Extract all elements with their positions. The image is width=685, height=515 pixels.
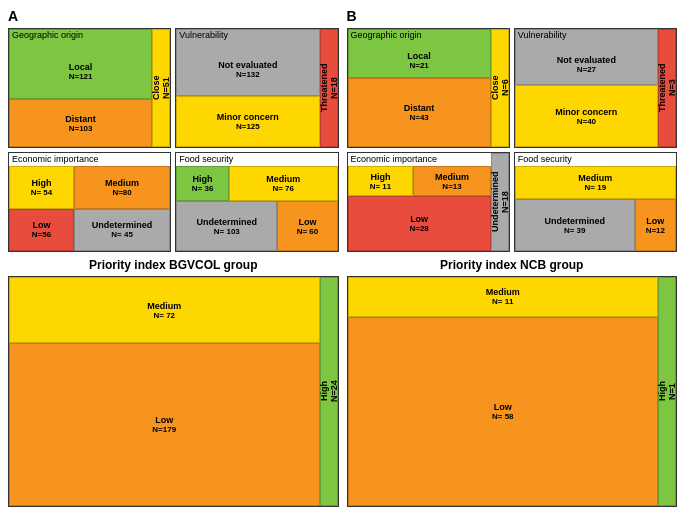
b-econ-undetermined: Undetermined N=18 [491, 153, 509, 251]
b-mid-row: Economic importance High N= 11 Medium N=… [347, 152, 678, 252]
a-geo-title: Geographic origin [12, 30, 83, 40]
a-priority-chart: Medium N= 72 Low N=179 High N=24 [8, 276, 339, 507]
b-vuln-minor: Minor concern N=40 [515, 85, 658, 147]
panel-b-label: B [347, 8, 678, 24]
a-vuln-minor: Minor concern N=125 [176, 96, 319, 147]
a-food-chart: Food security High N= 36 Medium N= 76 [175, 152, 338, 252]
b-priority-chart: Medium N= 11 Low N= 58 High N=1 [347, 276, 678, 507]
a-food-title: Food security [179, 154, 233, 164]
a-geo-close: Close N=51 [152, 29, 170, 147]
a-geo-chart: Geographic origin Local N=121 Distant N=… [8, 28, 171, 148]
a-econ-medium: Medium N=80 [74, 166, 170, 209]
b-food-undetermined: Undetermined N= 39 [515, 199, 635, 251]
b-priority-low: Low N= 58 [348, 317, 659, 507]
a-top-row: Geographic origin Local N=121 Distant N=… [8, 28, 339, 148]
a-vuln-chart: Vulnerability Not evaluated N=132 Minor … [175, 28, 338, 148]
a-vuln-title: Vulnerability [179, 30, 228, 40]
a-econ-low: Low N=56 [9, 209, 74, 252]
b-geo-title: Geographic origin [351, 30, 422, 40]
b-geo-close: Close N=6 [491, 29, 509, 147]
a-vuln-threatened: Threatened N=18 [320, 29, 338, 147]
b-econ-medium: Medium N=13 [413, 166, 490, 196]
b-vuln-chart: Vulnerability Not evaluated N=27 Minor c… [514, 28, 677, 148]
a-mid-row: Economic importance High N= 54 Medium N=… [8, 152, 339, 252]
b-geo-distant: Distant N=43 [348, 78, 491, 147]
a-econ-undetermined: Undetermined N= 45 [74, 209, 170, 252]
a-food-medium: Medium N= 76 [229, 166, 338, 201]
a-food-high: High N= 36 [176, 166, 229, 201]
a-priority-title: Priority index BGVCOL group [8, 258, 339, 272]
main-container: A Geographic origin Local N=121 Distant [0, 0, 685, 515]
b-priority-medium: Medium N= 11 [348, 277, 659, 317]
b-econ-title: Economic importance [351, 154, 438, 164]
b-food-chart: Food security Medium N= 19 Undetermined … [514, 152, 677, 252]
panel-a: A Geographic origin Local N=121 Distant [8, 8, 339, 507]
a-priority-high: High N=24 [320, 277, 338, 506]
b-vuln-threatened: Threatened N=3 [658, 29, 676, 147]
a-econ-title: Economic importance [12, 154, 99, 164]
b-priority-high: High N=1 [658, 277, 676, 506]
b-econ-low: Low N=28 [348, 196, 491, 251]
b-econ-high: High N= 11 [348, 166, 414, 196]
a-geo-distant: Distant N=103 [9, 99, 152, 147]
a-econ-high: High N= 54 [9, 166, 74, 209]
a-food-low: Low N= 60 [277, 201, 337, 251]
b-econ-chart: Economic importance High N= 11 Medium N=… [347, 152, 510, 252]
a-econ-chart: Economic importance High N= 54 Medium N=… [8, 152, 171, 252]
b-geo-chart: Geographic origin Local N=21 Distant N=4… [347, 28, 510, 148]
a-priority-medium: Medium N= 72 [9, 277, 320, 343]
b-priority-title: Priority index NCB group [347, 258, 678, 272]
b-food-low: Low N=12 [635, 199, 676, 251]
b-top-row: Geographic origin Local N=21 Distant N=4… [347, 28, 678, 148]
a-priority-low: Low N=179 [9, 343, 320, 506]
b-vuln-title: Vulnerability [518, 30, 567, 40]
panel-b: B Geographic origin Local N=21 Distant N… [347, 8, 678, 507]
b-food-title: Food security [518, 154, 572, 164]
panel-a-label: A [8, 8, 339, 24]
b-food-medium: Medium N= 19 [515, 166, 676, 199]
a-food-undetermined: Undetermined N= 103 [176, 201, 277, 251]
